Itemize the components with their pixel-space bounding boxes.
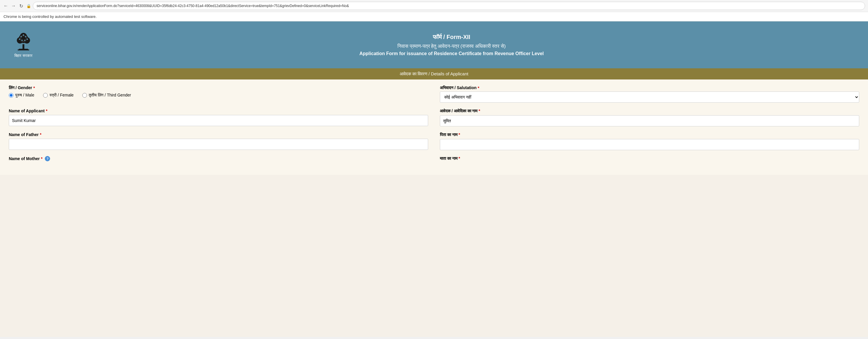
father-name-row: Name of Father * पिता का नाम * (9, 132, 859, 150)
automation-notice: Chrome is being controlled by automated … (0, 12, 868, 21)
gender-third-radio[interactable] (82, 93, 87, 98)
header-banner: बिहार सरकार फॉर्म / Form-XII निवास प्रमा… (0, 21, 868, 68)
browser-controls: ← → ↻ (3, 3, 24, 9)
gender-third-label: तृतीय लिंग / Third Gender (89, 93, 131, 98)
father-name-col: Name of Father * (9, 132, 428, 150)
salutation-required: * (477, 86, 479, 90)
page-content: बिहार सरकार फॉर्म / Form-XII निवास प्रमा… (0, 21, 868, 337)
salutation-col: अभिवादन / Salutation * कोई अभिवादन नहीं … (440, 85, 859, 103)
father-name-hindi-col: पिता का नाम * (440, 132, 859, 150)
gender-female-label: स्त्री / Female (50, 93, 73, 98)
applicant-name-label: Name of Applicant * (9, 109, 428, 113)
applicant-name-required: * (46, 109, 47, 113)
applicant-name-hindi-label: आवेदक / आवेदिका का नाम * (440, 109, 859, 113)
father-name-label: Name of Father * (9, 132, 428, 137)
form-title-hindi: निवास प्रमाण-पत्र हेतु आवेदन-पत्र (राजस्… (44, 44, 859, 49)
logo-area: बिहार सरकार (9, 32, 38, 58)
gender-male-radio[interactable] (9, 93, 13, 98)
gender-col: लिंग / Gender * पुरुष / Male स्त्री / Fe… (9, 85, 428, 98)
reload-button[interactable]: ↻ (18, 3, 24, 9)
svg-point-11 (23, 34, 24, 36)
father-name-hindi-input[interactable] (440, 139, 859, 150)
mother-name-hindi-label: माता का नाम * (440, 156, 859, 161)
father-name-hindi-required: * (459, 132, 460, 137)
back-button[interactable]: ← (3, 3, 9, 9)
browser-bar: ← → ↻ 🔒 (0, 0, 868, 12)
section-header: आवेदक का विवरण / Details of Applicant (0, 68, 868, 80)
lock-icon: 🔒 (26, 4, 31, 8)
logo-text: बिहार सरकार (14, 53, 32, 58)
svg-rect-2 (18, 50, 29, 51)
father-name-input[interactable] (9, 139, 428, 150)
svg-point-9 (21, 36, 22, 37)
gender-salutation-row: लिंग / Gender * पुरुष / Male स्त्री / Fe… (9, 85, 859, 103)
applicant-name-row: Name of Applicant * आवेदक / आवेदिका का न… (9, 109, 859, 126)
form-body: लिंग / Gender * पुरुष / Male स्त्री / Fe… (0, 80, 868, 175)
gender-third-option[interactable]: तृतीय लिंग / Third Gender (82, 93, 131, 98)
mother-name-row: Name of Mother * ? माता का नाम * (9, 156, 859, 163)
gender-radio-group: पुरुष / Male स्त्री / Female तृतीय लिंग … (9, 93, 428, 98)
svg-point-15 (24, 39, 26, 41)
mother-name-hindi-col: माता का नाम * (440, 156, 859, 163)
mother-name-col: Name of Mother * ? (9, 156, 428, 163)
father-name-hindi-label: पिता का नाम * (440, 132, 859, 137)
gender-required: * (33, 86, 35, 90)
header-title-area: फॉर्म / Form-XII निवास प्रमाण-पत्र हेतु … (44, 34, 859, 56)
svg-point-14 (21, 39, 23, 41)
bihar-logo (13, 32, 34, 52)
svg-point-12 (19, 38, 20, 40)
mother-name-hindi-required: * (459, 156, 460, 161)
gender-female-option[interactable]: स्त्री / Female (43, 93, 73, 98)
form-title-english: Application Form for issuance of Residen… (44, 51, 859, 56)
mother-name-info-icon[interactable]: ? (45, 156, 50, 161)
applicant-name-input[interactable] (9, 115, 428, 126)
gender-label: लिंग / Gender * (9, 85, 428, 90)
gender-female-radio[interactable] (43, 93, 48, 98)
father-name-required: * (40, 132, 41, 137)
applicant-name-hindi-col: आवेदक / आवेदिका का नाम * (440, 109, 859, 126)
applicant-name-hindi-input[interactable] (440, 115, 859, 126)
gender-male-option[interactable]: पुरुष / Male (9, 93, 34, 98)
applicant-name-col: Name of Applicant * (9, 109, 428, 126)
form-number: फॉर्म / Form-XII (44, 34, 859, 40)
applicant-name-hindi-required: * (478, 109, 480, 113)
address-bar[interactable] (33, 2, 865, 10)
salutation-select[interactable]: कोई अभिवादन नहीं श्री / Mr. श्रीमती / Mr… (440, 91, 859, 103)
svg-point-10 (25, 36, 26, 37)
gender-male-label: पुरुष / Male (15, 93, 34, 98)
svg-point-13 (27, 38, 28, 40)
forward-button[interactable]: → (10, 3, 17, 9)
salutation-label: अभिवादन / Salutation * (440, 85, 859, 90)
mother-name-required: * (41, 156, 42, 161)
mother-name-label: Name of Mother * ? (9, 156, 428, 161)
